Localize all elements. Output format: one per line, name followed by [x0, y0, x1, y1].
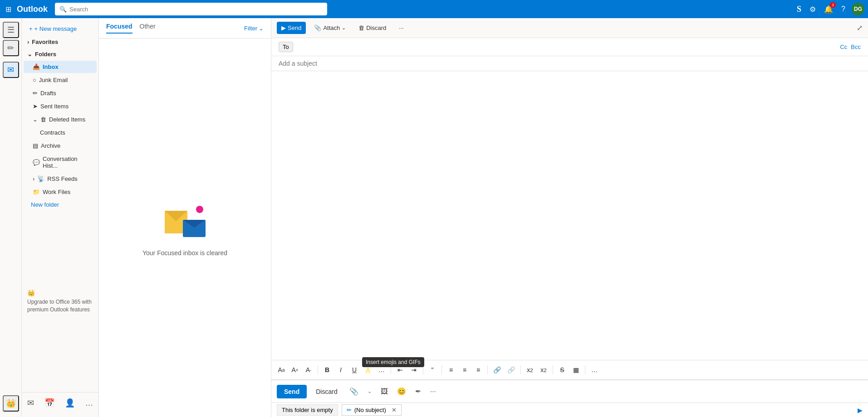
unlink-button[interactable]: 🔗 [505, 364, 518, 376]
link-button[interactable]: 🔗 [490, 364, 504, 376]
send-toolbar-button[interactable]: ▶ Send [277, 22, 306, 34]
skype-icon[interactable]: S [795, 3, 803, 16]
inbox-icon: 📥 [33, 63, 40, 70]
new-message-button[interactable]: + + New message [25, 24, 80, 34]
italic-button[interactable]: I [334, 364, 347, 376]
archive-icon: ▤ [33, 142, 38, 149]
new-folder-link[interactable]: New folder [22, 199, 98, 211]
cc-button[interactable]: Cc [840, 44, 847, 50]
avatar[interactable]: DG [852, 3, 864, 15]
send-toolbar-label: Send [288, 24, 301, 31]
new-message-icon-button[interactable]: ✏ [3, 40, 19, 56]
superscript-button[interactable]: x2 [524, 364, 536, 376]
to-input[interactable] [297, 44, 837, 51]
draft-pencil-icon: ✏ [347, 407, 352, 413]
message-list: Focused Other Filter ⌄ [99, 18, 271, 417]
discard-toolbar-button[interactable]: 🗑 Discard [354, 22, 391, 34]
apps-icon[interactable]: ⊞ [4, 3, 13, 15]
bold-button[interactable]: B [321, 364, 333, 376]
upgrade-text: Upgrade to Office 365 with premium Outlo… [27, 298, 93, 314]
compose-to-row: To Cc Bcc [271, 38, 868, 56]
fmt-sep-4 [441, 365, 442, 374]
bell-icon[interactable]: 🔔3 [822, 3, 835, 15]
mail-nav-button[interactable]: ✉ [24, 396, 38, 410]
fmt-sep-5 [487, 365, 488, 374]
discard-label: Discard [366, 24, 386, 31]
draft-tab[interactable]: ✏ (No subject) ✕ [342, 404, 402, 416]
tab-focused[interactable]: Focused [106, 23, 132, 34]
archive-label: Archive [41, 142, 60, 149]
more-toolbar-button[interactable]: ··· [394, 22, 408, 34]
junk-icon: ○ [33, 77, 36, 83]
insert-image-icon[interactable]: 🖼 [378, 386, 391, 398]
app-logo: Outlook [17, 5, 48, 14]
discard-icon: 🗑 [358, 24, 364, 31]
strikethrough-button[interactable]: S [556, 364, 569, 376]
filter-chevron-icon: ⌄ [259, 25, 264, 32]
font-size-down-button[interactable]: A- [302, 364, 315, 376]
more-format-button[interactable]: … [588, 364, 601, 376]
style-button[interactable]: Aa [275, 364, 288, 376]
compose-toolbar: ▶ Send 📎 Attach ⌄ 🗑 Discard ··· ⤢ [271, 18, 868, 38]
upgrade-section: 👑 Upgrade to Office 365 with premium Out… [22, 284, 98, 319]
send-main-button[interactable]: Send [277, 385, 307, 398]
compose-subject-row [271, 56, 868, 71]
filter-button[interactable]: Filter ⌄ [244, 25, 264, 32]
insert-inline-button[interactable]: ▦ [569, 364, 582, 376]
signature-icon[interactable]: ✒ [412, 385, 424, 398]
favorites-header[interactable]: › Favorites [22, 36, 98, 48]
people-nav-button[interactable]: 👤 [61, 396, 78, 410]
search-input[interactable] [69, 6, 323, 13]
sidebar-item-archive[interactable]: ▤ Archive [24, 140, 97, 152]
font-size-up-button[interactable]: A+ [289, 364, 301, 376]
tab-other[interactable]: Other [140, 23, 156, 34]
subject-input[interactable] [279, 60, 861, 67]
sidebar-item-workfiles[interactable]: 📁 Work Files [24, 186, 97, 198]
sidebar-item-contracts[interactable]: Contracts [24, 126, 97, 139]
upgrade-icon-button[interactable]: 👑 [3, 395, 19, 412]
workfiles-icon: 📁 [33, 189, 40, 195]
workfiles-label: Work Files [43, 189, 70, 195]
attach-toolbar-button[interactable]: 📎 Attach ⌄ [309, 22, 350, 34]
subscript-button[interactable]: x2 [537, 364, 550, 376]
attach-chevron-icon: ⌄ [342, 25, 346, 31]
sidebar-item-conversation[interactable]: 💬 Conversation Hist... [24, 153, 97, 172]
sidebar-item-drafts[interactable]: ✏ Drafts [24, 87, 97, 99]
sidebar-item-rss[interactable]: › 📡 RSS Feeds [24, 173, 97, 185]
conversation-icon: 💬 [33, 159, 40, 166]
discard-main-button[interactable]: Discard [310, 385, 343, 398]
sidebar-item-inbox[interactable]: 📥 Inbox [24, 61, 97, 73]
align-left-button[interactable]: ≡ [445, 364, 457, 376]
emoji-tooltip: Insert emojis and GIFs [362, 357, 424, 367]
align-right-button[interactable]: ≡ [472, 364, 485, 376]
sidebar-item-junk[interactable]: ○ Junk Email [24, 74, 97, 86]
quote-button[interactable]: " [426, 364, 439, 376]
underline-button[interactable]: U [348, 364, 361, 376]
attach-dropdown-icon[interactable]: ⌄ [365, 387, 374, 396]
search-box[interactable]: 🔍 [55, 3, 327, 15]
hamburger-button[interactable]: ☰ [3, 22, 19, 38]
contracts-label: Contracts [40, 129, 65, 136]
attach-icon: 📎 [314, 24, 321, 31]
svg-point-4 [196, 206, 203, 213]
fmt-sep-8 [585, 365, 585, 374]
folders-header[interactable]: ⌄ Folders [22, 48, 98, 60]
draft-close-icon[interactable]: ✕ [392, 407, 397, 413]
emoji-bar-icon[interactable]: 😊 [394, 385, 409, 398]
align-center-button[interactable]: ≡ [458, 364, 471, 376]
help-icon[interactable]: ? [839, 3, 847, 15]
mail-icon-button[interactable]: ✉ [3, 62, 19, 78]
expand-button[interactable]: ⤢ [857, 24, 863, 32]
settings-icon[interactable]: ⚙ [808, 3, 818, 15]
calendar-nav-button[interactable]: 📅 [41, 396, 58, 410]
to-button[interactable]: To [279, 42, 293, 52]
more-send-icon[interactable]: ··· [427, 386, 439, 398]
attach-bar-icon[interactable]: 📎 [347, 385, 361, 398]
folder-empty-tab[interactable]: This folder is empty [277, 404, 338, 416]
bcc-button[interactable]: Bcc [851, 44, 861, 50]
more-nav-button[interactable]: … [82, 397, 97, 410]
status-bar-send-icon[interactable]: ▶ [858, 407, 863, 414]
sidebar-item-sent[interactable]: ➤ Sent Items [24, 100, 97, 112]
sidebar-item-deleted[interactable]: ⌄ 🗑 Deleted Items [24, 113, 97, 126]
compose-body[interactable] [271, 71, 868, 360]
